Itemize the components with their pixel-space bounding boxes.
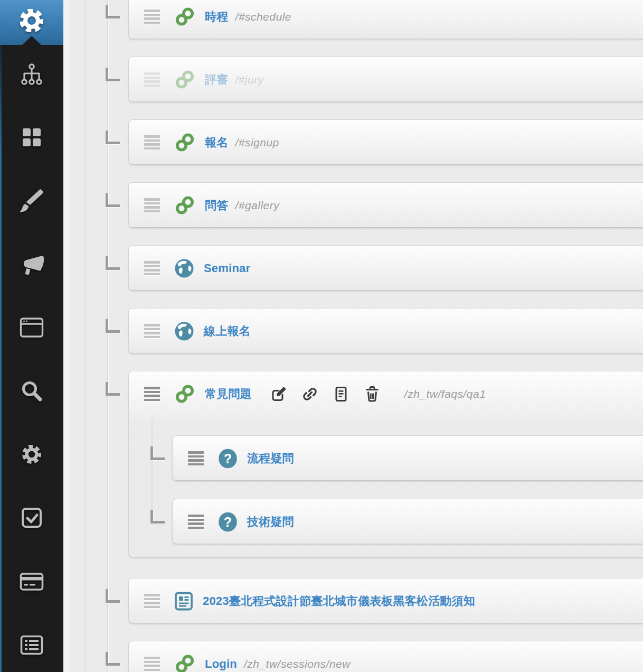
tree-item[interactable]: 時程/#schedule (128, 0, 643, 39)
sitemap-icon (20, 62, 44, 89)
tree-children: ?流程疑問?技術疑問 (172, 435, 643, 562)
sidebar-item-list[interactable] (0, 633, 63, 659)
item-label[interactable]: 技術疑問 (247, 514, 294, 530)
gear-icon (17, 8, 46, 38)
tree-row[interactable]: 2023臺北程式設計節臺北城市儀表板黑客松活動須知 (129, 578, 643, 623)
tree-connector-icon (106, 5, 120, 18)
sidebar-item-checkbox[interactable] (0, 506, 63, 531)
tree-item[interactable]: Seminar (128, 245, 643, 291)
item-label[interactable]: 報名 (205, 135, 228, 151)
panel-left-strip (63, 0, 70, 672)
credit-card-icon (20, 572, 44, 593)
item-label[interactable]: 流程疑問 (247, 451, 294, 466)
tree-row[interactable]: ?技術疑問 (173, 499, 643, 544)
drag-handle-icon[interactable] (144, 594, 160, 608)
tree-row[interactable]: 線上報名 (129, 309, 643, 353)
tree-item[interactable]: 線上報名 (128, 308, 643, 353)
drag-handle-icon[interactable] (188, 451, 204, 465)
tree-connector-icon (106, 589, 120, 603)
tree-connector-icon (150, 446, 165, 460)
pages-tree-panel: 時程/#schedule評審/#jury報名/#signup問答/#galler… (63, 0, 643, 672)
tree-row[interactable]: 報名/#signup (129, 120, 643, 165)
sidebar-item-megaphone[interactable] (0, 253, 63, 278)
tree-connector-icon (106, 382, 120, 396)
tree-row[interactable]: ?流程疑問 (173, 436, 643, 481)
checkbox-icon (21, 507, 43, 531)
item-label[interactable]: Login (205, 657, 237, 671)
edit-icon[interactable] (271, 386, 287, 402)
tree-connector-icon (106, 256, 120, 270)
tree-row[interactable]: Seminar (129, 246, 643, 291)
tree-item[interactable]: Login/zh_tw/sessions/new (128, 641, 643, 672)
globe-icon (174, 321, 194, 341)
tree-item[interactable]: ?流程疑問 (172, 435, 643, 481)
drag-handle-icon[interactable] (144, 72, 160, 87)
tree-row[interactable]: 評審/#jury (129, 57, 643, 102)
delete-icon[interactable] (364, 386, 380, 402)
gear-icon (20, 443, 43, 468)
link-action-icon[interactable] (302, 386, 318, 402)
item-label[interactable]: 線上報名 (204, 323, 251, 339)
drag-handle-icon[interactable] (144, 261, 160, 275)
item-label[interactable]: 常見問題 (205, 386, 252, 402)
tree-connector-icon (150, 510, 165, 524)
item-path: /#schedule (235, 11, 291, 23)
tree-item[interactable]: 問答/#gallery (128, 182, 643, 228)
item-path: /#jury (235, 73, 263, 86)
tree-row[interactable]: 問答/#gallery (129, 183, 643, 228)
drag-handle-icon[interactable] (144, 324, 160, 338)
question-icon: ? (218, 512, 238, 532)
drag-handle-icon[interactable] (188, 515, 204, 529)
drag-handle-icon[interactable] (144, 387, 160, 401)
item-label[interactable]: Seminar (204, 262, 250, 275)
tree-row[interactable]: 時程/#schedule (129, 0, 643, 39)
tree-spine (107, 0, 108, 672)
item-path: /#signup (235, 136, 279, 149)
grid-icon (21, 127, 42, 150)
item-label[interactable]: 問答 (205, 198, 228, 213)
link-icon (174, 6, 195, 27)
tree-connector-icon (106, 319, 120, 333)
tree-connector-icon (106, 193, 120, 207)
drag-handle-icon[interactable] (144, 135, 160, 150)
item-path: /#gallery (235, 199, 279, 212)
sidebar-item-gear[interactable] (0, 443, 63, 468)
drag-handle-icon[interactable] (144, 10, 160, 24)
tree-connector-icon (106, 68, 120, 81)
tree-item[interactable]: 報名/#signup (128, 119, 643, 165)
link-icon (174, 195, 195, 216)
drag-handle-icon[interactable] (144, 657, 160, 671)
row-actions (271, 386, 380, 402)
item-label[interactable]: 時程 (205, 9, 228, 25)
item-label[interactable]: 2023臺北程式設計節臺北城市儀表板黑客松活動須知 (203, 593, 475, 609)
tree-spine (84, 0, 86, 672)
tree-row[interactable]: Login/zh_tw/sessions/new (129, 641, 643, 672)
megaphone-icon (20, 252, 44, 278)
sidebar-item-search[interactable] (0, 379, 63, 405)
paintbrush-icon (19, 188, 44, 216)
link-icon (174, 384, 195, 405)
tree-item[interactable]: 常見問題/zh_tw/faqs/qa1?流程疑問?技術疑問 (128, 371, 643, 557)
tree-row[interactable]: 常見問題/zh_tw/faqs/qa1 (129, 371, 643, 416)
active-item-notch (22, 36, 41, 45)
sidebar (0, 0, 63, 672)
tree-item[interactable]: 評審/#jury (128, 57, 643, 102)
tree-connector-icon (106, 130, 120, 144)
item-label[interactable]: 評審 (205, 72, 228, 88)
link-icon (174, 132, 195, 153)
svg-text:?: ? (224, 451, 232, 465)
drag-handle-icon[interactable] (144, 198, 160, 212)
tree-list: 時程/#schedule評審/#jury報名/#signup問答/#galler… (128, 0, 643, 672)
sidebar-item-credit-card[interactable] (0, 570, 63, 595)
browser-window-icon (20, 317, 44, 340)
link-icon (174, 654, 195, 672)
sidebar-item-paintbrush[interactable] (0, 189, 63, 214)
svg-text:?: ? (224, 514, 232, 529)
sidebar-item-sitemap[interactable] (0, 63, 63, 88)
sidebar-item-browser-window[interactable] (0, 316, 63, 341)
tree-item[interactable]: ?技術疑問 (172, 499, 643, 544)
page-icon[interactable] (333, 386, 349, 402)
tree-connector-icon (106, 652, 120, 666)
tree-item[interactable]: 2023臺北程式設計節臺北城市儀表板黑客松活動須知 (128, 578, 643, 623)
sidebar-item-grid[interactable] (0, 126, 63, 151)
